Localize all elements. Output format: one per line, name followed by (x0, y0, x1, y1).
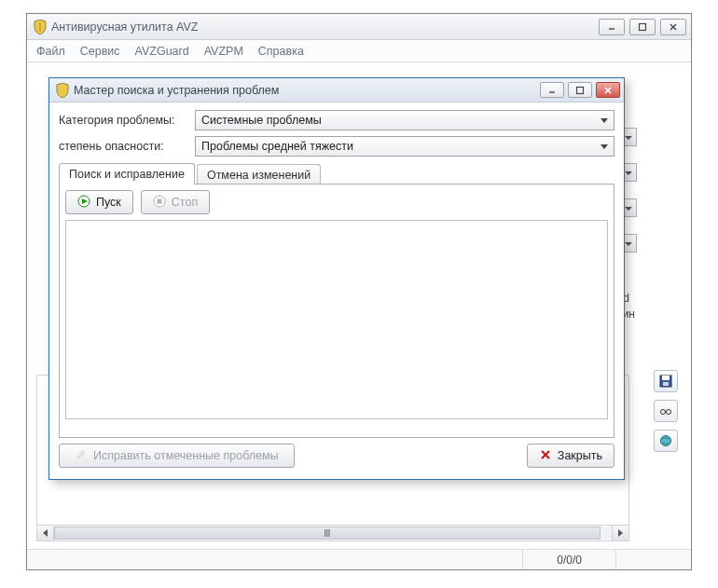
results-list[interactable] (65, 220, 608, 419)
start-button[interactable]: Пуск (65, 190, 133, 214)
menu-service[interactable]: Сервис (80, 45, 120, 58)
menu-help[interactable]: Справка (258, 45, 304, 58)
play-icon (77, 195, 90, 211)
stop-button[interactable]: Стоп (141, 190, 210, 214)
category-value: Системные проблемы (201, 114, 322, 127)
scroll-left-icon[interactable] (37, 526, 54, 540)
start-button-label: Пуск (96, 196, 121, 209)
dialog-titlebar[interactable]: Мастер поиска и устранения проблем (49, 78, 624, 103)
severity-label: степень опасности: (59, 140, 195, 153)
category-label: Категория проблемы: (59, 114, 195, 127)
close-dialog-label: Закрыть (558, 449, 602, 462)
menu-file[interactable]: Файл (36, 45, 65, 58)
svg-rect-5 (662, 376, 670, 380)
svg-point-7 (661, 410, 666, 415)
svg-point-8 (667, 410, 671, 415)
severity-value: Проблемы средней тяжести (201, 140, 353, 153)
horizontal-scrollbar[interactable]: Ⅲ (36, 525, 629, 541)
tab-panel: Пуск Стоп (59, 185, 614, 438)
scroll-thumb[interactable]: Ⅲ (54, 526, 601, 540)
save-icon[interactable] (654, 370, 678, 392)
fix-button[interactable]: Исправить отмеченные проблемы (59, 444, 295, 468)
menu-avzpm[interactable]: AVZPM (204, 45, 243, 58)
svg-rect-12 (577, 87, 584, 93)
status-left (35, 550, 68, 569)
tab-undo[interactable]: Отмена изменений (197, 164, 321, 185)
main-window-controls (599, 19, 686, 35)
severity-combo[interactable]: Проблемы средней тяжести (195, 136, 614, 157)
dialog-window-controls (540, 82, 620, 98)
dialog-close-button[interactable] (596, 82, 620, 98)
fix-button-label: Исправить отмеченные проблемы (93, 449, 279, 462)
glasses-icon[interactable] (654, 400, 678, 422)
status-counter: 0/0/0 (522, 550, 615, 569)
tab-search-fix-label: Поиск и исправление (69, 168, 185, 181)
shield-icon (33, 20, 48, 34)
minimize-button[interactable] (599, 19, 625, 35)
stop-icon (153, 195, 166, 211)
dialog-footer: Исправить отмеченные проблемы Закрыть (59, 444, 614, 468)
dialog-title: Мастер поиска и устранения проблем (74, 84, 279, 97)
tab-search-fix[interactable]: Поиск и исправление (59, 163, 195, 185)
status-right (615, 550, 683, 569)
dialog-minimize-button[interactable] (540, 82, 564, 98)
main-titlebar[interactable]: Антивирусная утилита AVZ (27, 14, 691, 40)
stop-button-label: Стоп (172, 196, 198, 209)
close-icon (539, 448, 552, 464)
menu-avzguard[interactable]: AVZGuard (135, 45, 189, 58)
close-dialog-button[interactable]: Закрыть (527, 444, 614, 468)
main-title: Антивирусная утилита AVZ (51, 21, 198, 34)
menubar: Файл Сервис AVZGuard AVZPM Справка (27, 40, 691, 62)
maximize-button[interactable] (629, 19, 656, 35)
category-combo[interactable]: Системные проблемы (195, 110, 614, 130)
svg-rect-18 (157, 198, 161, 203)
statusbar: 0/0/0 (27, 549, 691, 569)
tab-undo-label: Отмена изменений (207, 169, 311, 182)
wrench-icon (75, 448, 88, 464)
scroll-right-icon[interactable] (612, 526, 628, 540)
side-toolbar (654, 370, 678, 452)
dialog-maximize-button[interactable] (568, 82, 592, 98)
close-button[interactable] (660, 19, 686, 35)
svg-rect-1 (640, 24, 646, 31)
svg-rect-6 (663, 382, 669, 386)
shield-icon (55, 83, 70, 98)
wizard-dialog: Мастер поиска и устранения проблем Катег… (48, 77, 625, 480)
globe-icon[interactable] (654, 430, 678, 452)
tabstrip: Поиск и исправление Отмена изменений (59, 162, 614, 185)
